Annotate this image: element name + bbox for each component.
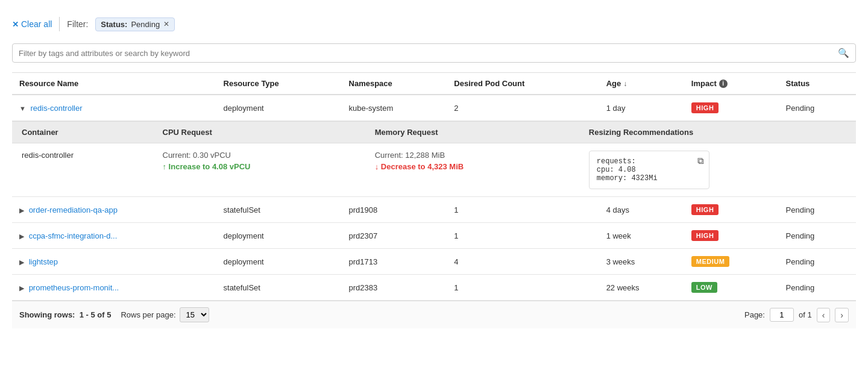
cell-resource-name: ▼ redis-controller [12, 95, 216, 121]
rec-line1: requests: [597, 157, 702, 166]
cell-namespace: prd2383 [342, 275, 447, 301]
cell-desired-pod-count: 1 [447, 275, 599, 301]
cell-impact: HIGH [684, 223, 779, 249]
mem-down-icon: ↓ [375, 162, 379, 171]
cell-resource-name: ▶ ccpa-sfmc-integration-d... [12, 223, 216, 249]
filter-divider [59, 17, 60, 31]
col-age[interactable]: Age ↓ [599, 73, 684, 95]
resource-name-link[interactable]: lightstep [29, 257, 58, 266]
col-status: Status [779, 73, 856, 95]
clear-all-x-icon: ✕ [12, 20, 19, 29]
cpu-change: ↑ Increase to 4.08 vPCU [163, 162, 356, 171]
cell-age: 4 days [599, 197, 684, 223]
col-desired-pod-count: Desired Pod Count [447, 73, 599, 95]
sub-table: Container CPU Request Memory Request Res… [12, 121, 856, 197]
pagination: Page: of 1 ‹ › [744, 308, 849, 322]
main-table: Resource Name Resource Type Namespace De… [12, 72, 856, 301]
next-page-button[interactable]: › [835, 308, 849, 322]
expand-chevron[interactable]: ▶ [19, 233, 24, 240]
page-of: of 1 [799, 310, 812, 319]
cell-desired-pod-count: 1 [447, 197, 599, 223]
cell-status: Pending [779, 249, 856, 275]
cell-namespace: kube-system [342, 95, 447, 121]
sub-col-memory-request: Memory Request [365, 122, 579, 143]
cell-status: Pending [779, 223, 856, 249]
impact-badge: MEDIUM [691, 256, 730, 267]
cell-age: 22 weeks [599, 275, 684, 301]
table-row: ▶ lightstep deployment prd1713 4 3 weeks… [12, 249, 856, 275]
impact-badge: HIGH [691, 230, 719, 241]
status-filter-chip[interactable]: Status: Pending ✕ [95, 17, 175, 31]
impact-badge: LOW [691, 282, 717, 293]
expand-chevron[interactable]: ▶ [19, 207, 24, 214]
sub-col-resizing-recommendations: Resizing Recommendations [579, 122, 856, 143]
cell-impact: MEDIUM [684, 249, 779, 275]
sub-cell-recommendations: ⧉ requests: cpu: 4.08 memory: 4323Mi [579, 143, 856, 197]
rec-line3: memory: 4323Mi [597, 174, 702, 183]
chip-value: Pending [131, 20, 160, 29]
chip-key: Status: [101, 20, 127, 29]
cell-age: 1 week [599, 223, 684, 249]
age-sort-icon: ↓ [623, 80, 627, 88]
impact-info-icon[interactable]: i [719, 80, 728, 88]
cell-resource-type: deployment [216, 95, 342, 121]
rec-line2: cpu: 4.08 [597, 166, 702, 174]
cpu-current: Current: 0.30 vPCU [163, 151, 356, 160]
cell-resource-type: statefulSet [216, 197, 342, 223]
page-label: Page: [744, 310, 765, 319]
cell-namespace: prd2307 [342, 223, 447, 249]
resource-name-link[interactable]: prometheus-prom-monit... [29, 283, 119, 292]
search-input[interactable] [19, 49, 838, 58]
col-resource-name: Resource Name [12, 73, 216, 95]
clear-all-button[interactable]: ✕ Clear all [12, 19, 52, 29]
col-impact: Impact i [684, 73, 779, 95]
expand-chevron[interactable]: ▶ [19, 258, 24, 266]
impact-badge: HIGH [691, 204, 719, 215]
table-row: ▶ prometheus-prom-monit... statefulSet p… [12, 275, 856, 301]
expanded-row: Container CPU Request Memory Request Res… [12, 121, 856, 198]
table-row: ▼ redis-controller deployment kube-syste… [12, 95, 856, 121]
cell-status: Pending [779, 95, 856, 121]
table-row: ▶ ccpa-sfmc-integration-d... deployment … [12, 223, 856, 249]
sub-cell-memory-request: Current: 12,288 MiB ↓ Decrease to 4,323 … [365, 143, 579, 197]
sub-cell-container-name: redis-controller [12, 143, 153, 197]
mem-change: ↓ Decrease to 4,323 MiB [375, 162, 570, 171]
copy-icon[interactable]: ⧉ [697, 156, 704, 167]
table-row: ▶ order-remediation-qa-app statefulSet p… [12, 197, 856, 223]
rows-per-page-select[interactable]: 15 25 50 [180, 307, 209, 322]
expand-chevron[interactable]: ▼ [19, 105, 26, 112]
page-input[interactable] [770, 308, 794, 322]
col-resource-type: Resource Type [216, 73, 342, 95]
cell-status: Pending [779, 275, 856, 301]
cell-status: Pending [779, 197, 856, 223]
cell-desired-pod-count: 4 [447, 249, 599, 275]
sub-col-container: Container [12, 122, 153, 143]
cell-resource-type: deployment [216, 223, 342, 249]
cpu-up-icon: ↑ [163, 162, 167, 171]
filter-bar: ✕ Clear all Filter: Status: Pending ✕ [12, 12, 856, 36]
filter-label: Filter: [67, 19, 88, 29]
cell-age: 3 weeks [599, 249, 684, 275]
chip-remove-icon[interactable]: ✕ [163, 20, 169, 28]
cell-resource-type: deployment [216, 249, 342, 275]
expanded-cell: Container CPU Request Memory Request Res… [12, 121, 856, 198]
resource-name-link[interactable]: redis-controller [31, 104, 83, 113]
cell-impact: HIGH [684, 95, 779, 121]
cell-impact: HIGH [684, 197, 779, 223]
showing-range: 1 - 5 of 5 [80, 310, 112, 319]
cell-namespace: prd1713 [342, 249, 447, 275]
recommendations-box: ⧉ requests: cpu: 4.08 memory: 4323Mi [589, 151, 709, 189]
resource-name-link[interactable]: ccpa-sfmc-integration-d... [29, 231, 118, 240]
resource-name-link[interactable]: order-remediation-qa-app [29, 205, 118, 214]
cell-desired-pod-count: 1 [447, 223, 599, 249]
clear-all-label: Clear all [21, 19, 52, 29]
cell-resource-name: ▶ lightstep [12, 249, 216, 275]
sub-table-row: redis-controller Current: 0.30 vPCU ↑ In… [12, 143, 856, 197]
sub-col-cpu-request: CPU Request [153, 122, 365, 143]
search-bar: 🔍 [12, 43, 856, 63]
expand-chevron[interactable]: ▶ [19, 284, 24, 292]
mem-current: Current: 12,288 MiB [375, 151, 570, 160]
prev-page-button[interactable]: ‹ [817, 308, 831, 322]
cell-namespace: prd1908 [342, 197, 447, 223]
cell-resource-name: ▶ order-remediation-qa-app [12, 197, 216, 223]
